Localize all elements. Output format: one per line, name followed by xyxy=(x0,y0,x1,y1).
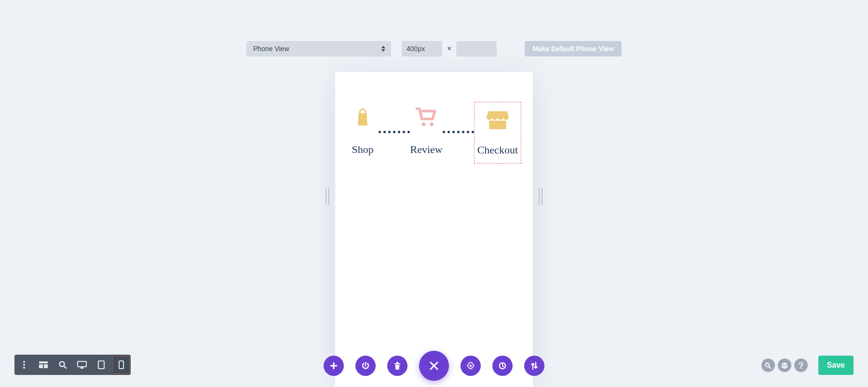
svg-point-4 xyxy=(23,364,25,366)
blurb-review-label: Review xyxy=(410,143,442,156)
svg-point-9 xyxy=(60,362,65,367)
shopping-bag-icon xyxy=(354,106,371,129)
chevron-updown-icon xyxy=(381,46,385,52)
view-mode-label: Phone View xyxy=(253,45,289,53)
sort-button[interactable] xyxy=(524,356,544,376)
add-button[interactable] xyxy=(324,356,344,376)
store-icon xyxy=(487,109,509,132)
resize-handle-right[interactable] xyxy=(539,188,542,205)
svg-rect-6 xyxy=(39,361,48,363)
toolbar-menu-button[interactable] xyxy=(14,355,34,375)
times-icon: × xyxy=(446,44,452,53)
svg-point-0 xyxy=(422,123,426,126)
builder-action-bar xyxy=(324,351,544,381)
phone-view-button[interactable] xyxy=(111,355,131,375)
svg-point-1 xyxy=(430,123,434,126)
svg-point-19 xyxy=(470,365,472,367)
desktop-view-button[interactable] xyxy=(72,355,92,375)
power-button[interactable] xyxy=(355,356,376,376)
viewport-height-input[interactable] xyxy=(456,41,497,56)
make-default-view-button[interactable]: Make Default Phone View xyxy=(525,41,622,56)
svg-rect-14 xyxy=(119,361,123,369)
svg-rect-13 xyxy=(98,361,104,369)
blurb-review[interactable]: Review xyxy=(410,106,442,156)
view-mode-select[interactable]: Phone View xyxy=(246,41,391,56)
close-builder-button[interactable] xyxy=(419,351,449,381)
wireframe-view-button[interactable] xyxy=(34,355,53,375)
svg-rect-18 xyxy=(396,362,398,363)
responsive-view-toolbar xyxy=(14,355,131,375)
viewport-dimensions: 400px × xyxy=(402,41,497,56)
blurb-checkout-label: Checkout xyxy=(477,144,518,156)
svg-line-10 xyxy=(64,366,66,368)
layers-mini-button[interactable] xyxy=(778,359,791,372)
cart-icon xyxy=(416,106,437,129)
step-connector-dots xyxy=(443,131,474,133)
tablet-view-button[interactable] xyxy=(92,355,111,375)
blurb-shop-label: Shop xyxy=(352,143,374,156)
responsive-top-controls: Phone View 400px × Make Default Phone Vi… xyxy=(0,41,868,56)
history-button[interactable] xyxy=(492,356,513,376)
svg-rect-16 xyxy=(330,365,337,367)
step-connector-dots xyxy=(379,131,410,133)
checkout-steps-row: Shop Review xyxy=(335,106,533,164)
save-button[interactable]: Save xyxy=(818,356,854,375)
svg-rect-2 xyxy=(489,121,506,129)
svg-point-3 xyxy=(23,361,25,363)
svg-line-22 xyxy=(769,366,771,368)
blurb-checkout-selected[interactable]: Checkout xyxy=(474,102,521,164)
zoom-button[interactable] xyxy=(53,355,72,375)
svg-point-23 xyxy=(800,367,801,369)
resize-handle-left[interactable] xyxy=(326,188,329,205)
svg-point-5 xyxy=(23,367,25,369)
viewport-width-input[interactable]: 400px xyxy=(402,41,442,56)
phone-preview-canvas: Shop Review xyxy=(335,72,533,387)
svg-rect-12 xyxy=(81,367,83,369)
svg-rect-11 xyxy=(78,361,86,367)
help-mini-button[interactable] xyxy=(794,359,808,372)
search-mini-button[interactable] xyxy=(761,359,775,372)
svg-rect-8 xyxy=(44,364,48,368)
blurb-shop[interactable]: Shop xyxy=(347,106,379,156)
settings-button[interactable] xyxy=(461,356,481,376)
delete-button[interactable] xyxy=(387,356,407,376)
svg-rect-17 xyxy=(394,363,400,364)
svg-rect-7 xyxy=(39,364,43,368)
builder-right-bar: Save xyxy=(761,356,854,375)
